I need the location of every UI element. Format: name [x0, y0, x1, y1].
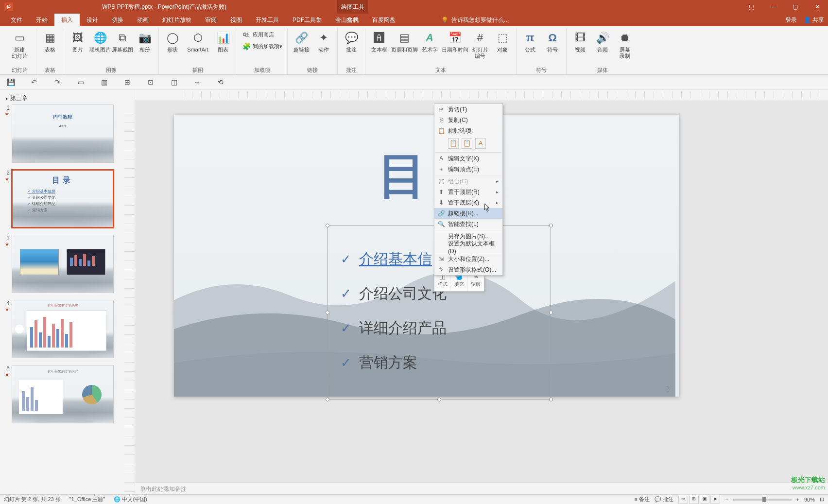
album-button[interactable]: 📷相册 — [134, 28, 155, 53]
menu-hyperlink[interactable]: 🔗超链接(H)... — [434, 208, 502, 219]
my-addins-button[interactable]: 🧩我的加载项 ▾ — [240, 41, 284, 52]
menu-smart-lookup[interactable]: 🔍智能查找(L) — [434, 219, 502, 229]
maximize-button[interactable]: ▢ — [784, 0, 806, 14]
menu-send-back[interactable]: ⬇置于底层(K)▸ — [434, 197, 502, 208]
action-button[interactable]: ✦动作 — [313, 28, 334, 53]
qat-9[interactable]: ↔ — [192, 77, 202, 87]
resize-handle[interactable] — [326, 398, 329, 401]
normal-view-button[interactable]: ▭ — [678, 496, 688, 504]
tab-developer[interactable]: 开发工具 — [249, 14, 286, 26]
tab-slideshow[interactable]: 幻灯片放映 — [155, 14, 198, 26]
qat-5[interactable]: ▥ — [99, 77, 109, 87]
chart-button[interactable]: 📊图表 — [212, 28, 234, 53]
hyperlink-button[interactable]: 🔗超链接 — [291, 28, 312, 53]
tab-review[interactable]: 审阅 — [198, 14, 224, 26]
thumbnail-1[interactable]: 1★ PPT教程•PPT — [5, 104, 120, 163]
slide-number-button[interactable]: #幻灯片编号 — [469, 28, 491, 59]
resize-handle[interactable] — [326, 311, 329, 314]
zoom-out-button[interactable]: − — [725, 497, 728, 503]
zoom-level[interactable]: 90% — [804, 497, 815, 503]
menu-edit-points[interactable]: ⟐编辑顶点(E) — [434, 164, 502, 174]
wordart-button[interactable]: A艺术字 — [419, 28, 440, 53]
tab-pdf[interactable]: PDF工具集 — [286, 14, 328, 26]
tab-baidu[interactable]: 百度网盘 — [365, 14, 402, 26]
tab-format[interactable]: 格式 — [337, 14, 368, 26]
picture-button[interactable]: 🖼图片 — [67, 28, 88, 53]
toc-item-3[interactable]: ✓详细介绍产品 — [341, 318, 538, 338]
new-slide-button[interactable]: ▭新建幻灯片 — [6, 28, 33, 59]
tab-design[interactable]: 设计 — [80, 14, 105, 26]
menu-cut[interactable]: ✂剪切(T) — [434, 104, 502, 115]
resize-handle[interactable] — [549, 224, 553, 227]
slideshow-view-button[interactable]: ▶ — [710, 496, 720, 504]
zoom-in-button[interactable]: + — [796, 497, 799, 503]
audio-button[interactable]: 🔊音频 — [592, 28, 613, 53]
notes-pane[interactable]: 单击此处添加备注 — [135, 483, 828, 494]
paste-option-2[interactable]: 📋 — [462, 138, 472, 149]
menu-set-default-textbox[interactable]: 设置为默认文本框(D) — [434, 242, 502, 252]
sorter-view-button[interactable]: ⊞ — [689, 496, 699, 504]
smartart-button[interactable]: ⬡SmartArt — [184, 28, 211, 53]
undo-button[interactable]: ↶ — [29, 77, 39, 87]
menu-copy[interactable]: ⎘复制(C) — [434, 115, 502, 125]
section-header[interactable]: 第三章 — [5, 92, 120, 104]
screenshot-button[interactable]: ⧉屏幕截图 — [112, 28, 133, 53]
thumbnail-3[interactable]: 3★ — [5, 235, 120, 293]
tab-file[interactable]: 文件 — [4, 14, 29, 26]
thumbnail-2[interactable]: 2★ 目录 介绍基本信息 介绍公司文化 详细介绍产品 营销方案 — [5, 170, 120, 228]
slide[interactable]: 目 ✓介绍基本信 ✓介绍公司文化 ✓详细介绍产品 ✓营销方案 2 — [174, 115, 679, 397]
slide-title[interactable]: 目 — [378, 144, 428, 209]
menu-edit-text[interactable]: A编辑文字(X) — [434, 153, 502, 164]
qat-10[interactable]: ⟲ — [216, 77, 225, 87]
resize-handle[interactable] — [326, 224, 329, 227]
tab-animation[interactable]: 动画 — [130, 14, 155, 26]
qat-4[interactable]: ▭ — [76, 77, 86, 87]
ribbon-display-options[interactable]: ⬚ — [741, 0, 762, 14]
share-button[interactable]: 👤 共享 — [804, 16, 824, 24]
store-button[interactable]: 🛍应用商店 — [240, 29, 284, 40]
save-button[interactable]: 💾 — [6, 77, 16, 87]
online-picture-button[interactable]: 🌐联机图片 — [89, 28, 111, 53]
header-footer-button[interactable]: ▤页眉和页脚 — [391, 28, 418, 53]
symbol-button[interactable]: Ω符号 — [542, 28, 563, 53]
fit-to-window-button[interactable]: ⊡ — [820, 496, 824, 503]
tab-home[interactable]: 开始 — [29, 14, 54, 26]
qat-7[interactable]: ⊡ — [146, 77, 155, 87]
close-button[interactable]: ✕ — [806, 0, 828, 14]
resize-handle[interactable] — [437, 398, 441, 401]
table-button[interactable]: ▦表格 — [39, 28, 61, 53]
comment-button[interactable]: 💬批注 — [341, 28, 362, 53]
paste-option-1[interactable]: 📋 — [448, 138, 459, 149]
resize-handle[interactable] — [549, 311, 553, 314]
status-comments-button[interactable]: 💬 批注 — [655, 496, 673, 503]
minimize-button[interactable]: — — [762, 0, 784, 14]
thumbnail-4[interactable]: 4★ 这生是带有文本的表 — [5, 300, 120, 358]
reading-view-button[interactable]: ▣ — [700, 496, 709, 504]
video-button[interactable]: 🎞视频 — [569, 28, 591, 53]
menu-bring-front[interactable]: ⬆置于顶层(R)▸ — [434, 187, 502, 197]
slide-thumbnail-pane[interactable]: 第三章 1★ PPT教程•PPT 2★ 目录 介绍基本信息 介绍公司文化 详细介… — [0, 89, 124, 494]
qat-8[interactable]: ◫ — [169, 77, 179, 87]
resize-handle[interactable] — [549, 398, 553, 401]
thumbnail-5[interactable]: 5★ 这生是带制文本内容 — [5, 365, 120, 423]
date-time-button[interactable]: 📅日期和时间 — [441, 28, 468, 53]
toc-item-4[interactable]: ✓营销方案 — [341, 353, 538, 373]
qat-6[interactable]: ⊞ — [122, 77, 132, 87]
menu-size-position[interactable]: ⇲大小和位置(Z)... — [434, 254, 502, 264]
menu-format-shape[interactable]: ✎设置形状格式(O)... — [434, 264, 502, 275]
redo-button[interactable]: ↷ — [52, 77, 62, 87]
zoom-slider[interactable] — [733, 499, 792, 501]
object-button[interactable]: ⬚对象 — [492, 28, 513, 53]
status-notes-button[interactable]: ≡ 备注 — [635, 496, 650, 503]
tell-me-search[interactable]: 💡告诉我您想要做什么... — [441, 16, 509, 24]
status-slide-info[interactable]: 幻灯片 第 2 张, 共 23 张 — [4, 496, 61, 503]
status-language[interactable]: 🌐 中文(中国) — [114, 496, 147, 503]
screen-recording-button[interactable]: ⏺屏幕录制 — [614, 28, 636, 59]
tab-insert[interactable]: 插入 — [54, 14, 80, 26]
login-link[interactable]: 登录 — [785, 16, 797, 24]
tab-view[interactable]: 视图 — [224, 14, 249, 26]
tab-transition[interactable]: 切换 — [105, 14, 130, 26]
shapes-button[interactable]: ◯形状 — [162, 28, 183, 53]
textbox-button[interactable]: 🅰文本框 — [368, 28, 390, 53]
paste-option-3[interactable]: A — [475, 138, 486, 149]
